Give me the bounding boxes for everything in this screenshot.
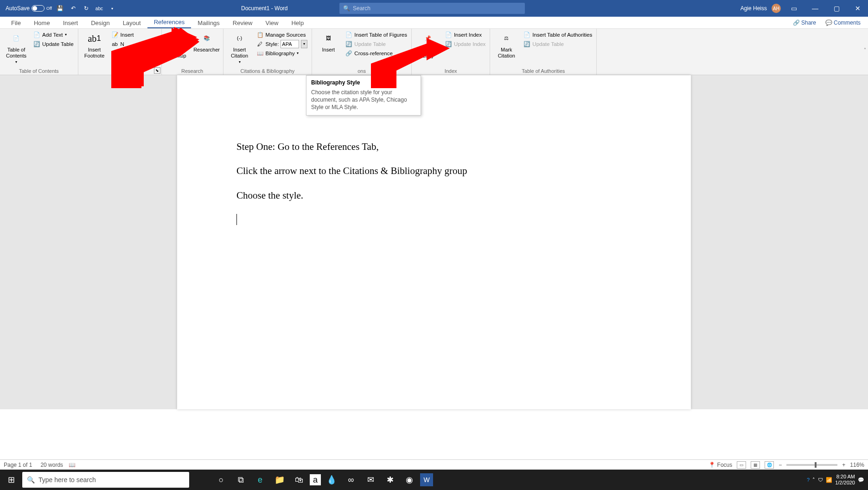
insert-caption-button[interactable]: 🖼 Insert: [315, 30, 342, 54]
slack-icon[interactable]: ✱: [381, 470, 399, 490]
window-title: Document1 - Word: [241, 5, 287, 12]
document-area: Step One: Go to the References Tab, Clic…: [0, 75, 868, 409]
taskbar-search-placeholder: Type here to search: [38, 476, 96, 484]
zoom-level[interactable]: 116%: [850, 462, 864, 468]
amazon-icon[interactable]: a: [310, 474, 321, 485]
tray-clock[interactable]: 8:20 AM 1/2/2020: [835, 474, 855, 486]
tab-review[interactable]: Review: [226, 18, 259, 28]
insert-toa-button[interactable]: 📄Insert Table of Authorities: [522, 30, 594, 39]
style-icon: 🖊: [256, 40, 264, 48]
style-input[interactable]: [281, 40, 299, 48]
store-icon[interactable]: 🛍: [290, 470, 308, 490]
add-text-button[interactable]: 📄Add Text▾: [32, 30, 75, 39]
autosave-label: AutoSave: [6, 5, 30, 12]
style-dropdown-icon[interactable]: ▾: [301, 40, 307, 48]
wifi-tray-icon[interactable]: 📶: [826, 477, 832, 483]
insert-footnote-button[interactable]: ab1 Insert Footnote: [81, 30, 108, 60]
svg-marker-3: [118, 27, 197, 86]
app-icon[interactable]: ∞: [342, 470, 360, 490]
print-layout-icon[interactable]: ▦: [751, 461, 760, 469]
mark-citation-icon: ⚖: [499, 31, 514, 46]
tab-design[interactable]: Design: [84, 18, 116, 28]
chrome-icon[interactable]: ◉: [401, 470, 418, 490]
proofing-icon[interactable]: 📖: [69, 462, 76, 468]
collapse-ribbon-icon[interactable]: ˄: [864, 47, 866, 52]
chevron-down-icon: ▾: [15, 60, 17, 64]
focus-mode[interactable]: 📍 Focus: [708, 462, 732, 468]
zoom-slider[interactable]: [786, 464, 837, 466]
crossref-icon: 🔗: [345, 50, 352, 57]
security-tray-icon[interactable]: 🛡: [818, 477, 823, 483]
cortana-icon[interactable]: ○: [212, 470, 230, 490]
citation-style-control[interactable]: 🖊 Style: ▾: [255, 39, 309, 49]
tab-view[interactable]: View: [259, 18, 285, 28]
zoom-in-icon[interactable]: +: [842, 462, 845, 468]
ribbon-display-icon[interactable]: ▭: [785, 0, 802, 17]
tab-file[interactable]: File: [5, 18, 27, 28]
tooltip-body: Choose the citation style for your docum…: [311, 89, 416, 111]
insert-citation-button[interactable]: (-) Insert Citation ▾: [226, 30, 253, 65]
dropbox-icon[interactable]: 💧: [323, 470, 340, 490]
share-icon: 🔗: [793, 19, 800, 26]
maximize-icon[interactable]: ▢: [828, 0, 845, 17]
search-input[interactable]: [353, 5, 521, 12]
word-count[interactable]: 20 words: [40, 462, 63, 468]
researcher-icon: 📚: [199, 31, 214, 46]
document-page[interactable]: Step One: Go to the References Tab, Clic…: [177, 75, 691, 409]
comments-button[interactable]: 💬Comments: [823, 19, 863, 27]
user-name[interactable]: Agie Heiss: [740, 5, 767, 12]
autosave-toggle[interactable]: AutoSave Off: [6, 5, 52, 12]
group-label-toa: Table of Authorities: [493, 67, 594, 75]
search-icon: 🔍: [343, 5, 350, 12]
search-icon: 🔍: [27, 476, 35, 484]
update-icon: 🔄: [33, 40, 40, 48]
status-bar: Page 1 of 1 20 words 📖 📍 Focus ▭ ▦ 🌐 − +…: [0, 459, 868, 470]
notifications-tray-icon[interactable]: 💬: [858, 477, 864, 483]
manage-sources-icon: 📋: [256, 31, 264, 39]
toc-icon: 📄: [9, 31, 24, 46]
footnote-icon: ab1: [87, 31, 102, 46]
tab-home[interactable]: Home: [27, 18, 57, 28]
task-view-icon[interactable]: ⧉: [232, 470, 249, 490]
citation-icon: (-): [232, 31, 247, 46]
doc-line-2: Click the arrow next to the Citations & …: [236, 164, 632, 177]
share-button[interactable]: 🔗Share: [790, 19, 819, 27]
chevron-down-icon: ▾: [239, 60, 241, 64]
bibliography-button[interactable]: 📖Bibliography ▾: [255, 49, 309, 58]
undo-icon[interactable]: ↶: [69, 4, 78, 13]
group-label-citations: Citations & Bibliography: [226, 67, 309, 75]
update-toa-button: 🔄Update Table: [522, 39, 594, 49]
start-button[interactable]: ⊞: [0, 470, 22, 490]
bibliography-icon: 📖: [256, 50, 264, 57]
manage-sources-button[interactable]: 📋Manage Sources: [255, 30, 309, 39]
web-layout-icon[interactable]: 🌐: [765, 461, 774, 469]
redo-icon[interactable]: ↻: [82, 4, 91, 13]
close-icon[interactable]: ✕: [849, 0, 866, 17]
help-tray-icon[interactable]: ?: [807, 477, 810, 483]
mail-icon[interactable]: ✉: [362, 470, 379, 490]
tab-help[interactable]: Help: [285, 18, 310, 28]
insert-index-button[interactable]: 📄Insert Index: [443, 30, 487, 39]
read-mode-icon[interactable]: ▭: [737, 461, 746, 469]
edge-icon[interactable]: e: [251, 470, 269, 490]
toggle-off-icon[interactable]: [32, 5, 45, 12]
update-index-button: 🔄Update Index: [443, 39, 487, 49]
file-explorer-icon[interactable]: 📁: [271, 470, 288, 490]
qat-more-icon[interactable]: ▾: [108, 4, 117, 13]
insert-index-icon: 📄: [445, 31, 452, 39]
spelling-icon[interactable]: abc: [95, 4, 104, 13]
table-of-contents-button[interactable]: 📄 Table of Contents ▾: [3, 30, 30, 65]
user-avatar[interactable]: AH: [772, 4, 781, 13]
minimize-icon[interactable]: —: [807, 0, 823, 17]
tray-chevron-icon[interactable]: ˄: [812, 477, 815, 483]
mark-citation-button[interactable]: ⚖ Mark Citation: [493, 30, 520, 60]
search-box[interactable]: 🔍: [339, 3, 525, 14]
update-toc-button[interactable]: 🔄Update Table: [32, 39, 75, 49]
zoom-out-icon[interactable]: −: [779, 462, 782, 468]
page-info[interactable]: Page 1 of 1: [4, 462, 32, 468]
taskbar-search[interactable]: 🔍 Type here to search: [22, 472, 189, 488]
autosave-state: Off: [46, 6, 52, 11]
save-icon[interactable]: 💾: [56, 4, 65, 13]
word-icon[interactable]: W: [420, 473, 433, 486]
tab-insert[interactable]: Insert: [57, 18, 85, 28]
